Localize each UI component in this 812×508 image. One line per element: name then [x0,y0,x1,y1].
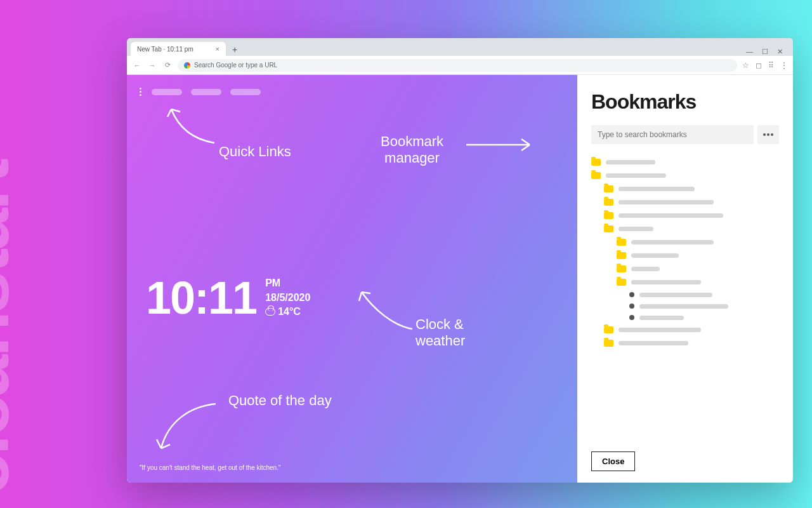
bookmark-label [619,187,695,191]
folder-icon [604,199,613,206]
forward-icon[interactable]: → [147,62,157,69]
minimize-icon[interactable]: — [746,48,753,56]
bookmark-folder[interactable] [591,156,779,169]
tab-strip: New Tab · 10:11 pm × + — ☐ ✕ [127,38,793,56]
folder-icon [617,252,626,259]
bookmark-folder[interactable] [591,169,779,182]
quick-links-menu-icon[interactable] [138,86,143,97]
back-icon[interactable]: ← [132,62,142,69]
bookmark-icon[interactable]: ◻ [756,61,762,70]
extension-icon[interactable]: ⠿ [768,61,774,70]
close-icon[interactable]: × [216,45,219,53]
bookmark-label [619,341,688,345]
bookmark-folder[interactable] [591,182,779,196]
bookmark-label [606,160,655,164]
brand-wordmark: cleanstart [0,161,25,495]
bookmark-label [619,200,714,204]
arrow-icon [164,102,221,146]
clock-meridiem: PM [265,276,310,290]
bookmark-label [639,293,712,297]
browser-tab[interactable]: New Tab · 10:11 pm × [131,42,226,56]
bookmark-label [631,267,660,271]
bookmarks-title: Bookmarks [591,90,779,114]
tab-title: New Tab · 10:11 pm [137,46,211,53]
folder-icon [617,239,626,246]
page-icon [629,315,634,320]
arrow-icon [463,132,539,157]
annotation-quote: Quote of the day [228,392,332,409]
quick-link[interactable] [191,89,221,95]
bookmark-item[interactable] [591,289,779,300]
annotation-bookmark-manager: Bookmark manager [381,133,443,167]
folder-icon [604,212,613,219]
bookmarks-panel: Bookmarks Close [577,75,793,483]
bookmark-label [631,240,714,244]
quick-link[interactable] [152,89,182,95]
bookmark-label [619,227,653,231]
bookmark-label [631,253,679,258]
bookmark-folder[interactable] [591,249,779,262]
bookmark-item[interactable] [591,300,779,312]
annotation-quick-links: Quick Links [219,144,291,160]
bookmark-folder[interactable] [591,196,779,209]
star-icon[interactable]: ☆ [742,61,749,70]
bookmark-folder[interactable] [591,337,779,350]
bookmarks-more-button[interactable] [757,125,779,144]
bookmark-folder[interactable] [591,323,779,337]
new-tab-button[interactable]: + [228,43,241,56]
bookmark-item[interactable] [591,312,779,323]
browser-window: New Tab · 10:11 pm × + — ☐ ✕ ← → ⟳ Searc… [127,38,793,483]
browser-toolbar: ← → ⟳ Search Google or type a URL ☆ ◻ ⠿ … [127,56,793,75]
bookmark-label [639,316,684,320]
clock-date: 18/5/2020 [265,291,310,305]
arrow-icon [152,399,222,456]
page-icon [629,304,634,309]
bookmark-folder[interactable] [591,262,779,276]
annotation-clock-weather: Clock & weather [416,316,465,350]
window-controls: — ☐ ✕ [740,48,789,56]
bookmark-label [619,328,701,332]
new-tab-page: Quick Links Bookmark manager 10:11 PM 18… [127,75,577,483]
close-window-icon[interactable]: ✕ [777,48,783,56]
bookmark-tree [591,156,779,445]
folder-icon [604,340,613,347]
folder-icon [617,279,626,286]
bookmark-folder[interactable] [591,209,779,222]
page-icon [629,292,634,297]
omnibox-placeholder: Search Google or type a URL [194,62,277,69]
folder-icon [617,265,626,272]
google-icon [184,62,190,69]
bookmark-folder[interactable] [591,222,779,236]
omnibox[interactable]: Search Google or type a URL [178,59,737,72]
cloud-icon [265,308,275,316]
bookmark-folder[interactable] [591,276,779,289]
arrow-icon [355,284,419,335]
folder-icon [604,225,613,232]
quote-text: "If you can't stand the heat, get out of… [140,464,281,471]
clock-time: 10:11 [146,272,256,324]
folder-icon [604,326,613,333]
reload-icon[interactable]: ⟳ [162,61,173,69]
close-button[interactable]: Close [591,451,635,471]
quick-links-bar [138,86,261,97]
bookmark-label [631,280,701,284]
bookmark-label [619,213,723,218]
clock-temp: 14°C [278,305,301,319]
quick-link[interactable] [230,89,261,95]
bookmark-label [639,304,728,309]
bookmark-folder[interactable] [591,236,779,249]
folder-icon [591,159,601,166]
folder-icon [591,172,601,179]
maximize-icon[interactable]: ☐ [762,48,768,56]
bookmark-search-input[interactable] [591,125,754,144]
bookmark-label [606,173,666,178]
folder-icon [604,185,613,192]
menu-icon[interactable]: ⋮ [780,61,788,70]
clock-widget: 10:11 PM 18/5/2020 14°C [146,272,310,324]
